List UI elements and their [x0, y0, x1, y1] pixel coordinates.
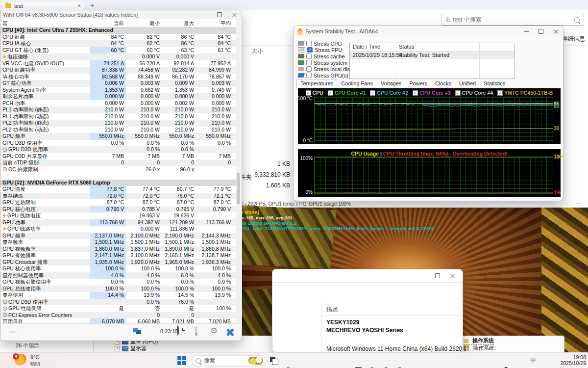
- sensor-row[interactable]: 显存结温72.0 °C72.0 °C76.0 °C72.1 °C: [0, 193, 237, 200]
- os-group-header[interactable]: 操作系统: [464, 337, 494, 345]
- explorer-search-input[interactable]: 在 test 中搜索: [441, 14, 584, 26]
- sensor-row[interactable]: GPU D3D 使用率0.0 %0.0 %: [0, 146, 237, 153]
- sensor-row[interactable]: GT 核心功率0.006 W0.003 W0.009 W0.003 W: [0, 80, 237, 87]
- collapse-arrows-icon[interactable]: →←: [6, 327, 17, 335]
- sensor-row[interactable]: GPU 线路功率0.000 W111.836 W: [0, 226, 237, 233]
- tab-clocks[interactable]: Clocks: [431, 79, 455, 88]
- task-view-button[interactable]: [270, 357, 278, 365]
- explorer-tab-test[interactable]: test ×: [2, 1, 84, 10]
- sensor-row[interactable]: PL2 功率限制 (动态)210.0 W210.0 W210.0 W210.0 …: [0, 127, 237, 133]
- sensor-row[interactable]: GPU 频率2,137.0 MHz2,100.0 MHz2,190.0 MHz2…: [0, 233, 237, 239]
- sensor-row[interactable]: GPU 性能受限是否是100 %: [0, 305, 237, 312]
- sensor-row[interactable]: 剩余芯片功率0.000 W0.000 W0.000 W0.000 W: [0, 93, 237, 100]
- sensor-row[interactable]: GPU 有效频率2,147.1 MHz2,100.0 MHz2,165.1 MH…: [0, 252, 237, 259]
- col-sensor[interactable]: 器: [2, 20, 8, 27]
- stress-checkbox[interactable]: [306, 60, 312, 65]
- sensor-row[interactable]: GPU 过热限制87.0 °C87.0 °C87.0 °C87.0 °C: [0, 199, 237, 206]
- maximize-button[interactable]: [212, 11, 227, 19]
- weather-condition[interactable]: 晴朗: [30, 361, 40, 368]
- sensor-row[interactable]: GPU 总线使用率100.0 %100.0 %100.0 %100.0 %: [0, 286, 237, 292]
- minimize-button[interactable]: [519, 27, 534, 36]
- tab-close-icon[interactable]: ×: [77, 2, 81, 9]
- taskbar-search[interactable]: 搜索: [192, 355, 267, 366]
- tab-cooling-fans[interactable]: Cooling Fans: [337, 79, 377, 88]
- col-max[interactable]: 最大: [162, 20, 194, 27]
- start-button[interactable]: [177, 356, 186, 365]
- stress-checkbox[interactable]: [306, 73, 312, 78]
- sensor-row[interactable]: PL1 功率限制 (动态)210.0 W210.0 W210.0 W210.0 …: [0, 113, 237, 120]
- log-col-status[interactable]: Status: [399, 44, 414, 50]
- sensor-row[interactable]: CPU 封装功率87.338 W74.458 W92.282 W84.999 W: [0, 67, 237, 74]
- sensor-row[interactable]: GPU 核心电压0.790 V0.785 V0.795 V0.790 V: [0, 206, 237, 213]
- sensor-row[interactable]: VR VCC 电流 (SVID IOUT)74.251 A56.720 A92.…: [0, 60, 237, 67]
- stress-option-disk[interactable]: Stress local disks: [298, 66, 355, 72]
- maximize-button[interactable]: [430, 272, 445, 280]
- remote-sensors-icon[interactable]: [133, 328, 138, 332]
- sensor-row[interactable]: 当前 cTDP 级别0000: [0, 159, 237, 166]
- legend-item[interactable]: ✓CPU Core #2: [370, 90, 408, 96]
- clock-tray[interactable]: 19:08 2025/10/29: [571, 354, 586, 366]
- legend-checkbox[interactable]: ✓: [455, 90, 461, 96]
- tab-statistics[interactable]: Statistics: [480, 79, 509, 88]
- sensor-row[interactable]: 显存频率1,500.1 MHz1,500.1 MHz1,500.1 MHz1,5…: [0, 239, 237, 246]
- details-view-label[interactable]: 详细信息: [562, 35, 585, 43]
- legend-checkbox[interactable]: ✓: [328, 90, 333, 96]
- legend-item[interactable]: ✓YMTC PC450-1TB-B: [497, 90, 553, 96]
- tree-item-display[interactable]: + 显示器: [115, 345, 147, 352]
- minimize-icon[interactable]: [576, 204, 581, 204]
- sensor-row[interactable]: GPU 视频频率1,860.0 MHz1,837.0 MHz1,890.0 MH…: [0, 246, 237, 253]
- sensor-row[interactable]: GPU D3D 使用率0.0 %76.0 %: [0, 299, 237, 306]
- stress-option-fpu[interactable]: 123✓Stress FPU: [298, 47, 342, 53]
- stress-option-cpu[interactable]: Stress CPU: [298, 40, 342, 47]
- clock-icon[interactable]: [177, 326, 179, 335]
- sensor-row[interactable]: System Agent 功率1.353 W0.662 W1.353 W0.74…: [0, 87, 237, 94]
- close-button[interactable]: [227, 11, 242, 19]
- new-tab-button[interactable]: +: [90, 1, 94, 9]
- tab-voltages[interactable]: Voltages: [377, 79, 405, 88]
- legend-item[interactable]: ✓CPU Core #4: [455, 90, 493, 96]
- tab-powers[interactable]: Powers: [405, 79, 431, 88]
- legend-checkbox[interactable]: ✓: [370, 90, 375, 96]
- stress-checkbox[interactable]: ✓: [307, 47, 313, 53]
- log-col-datetime[interactable]: Date / Time: [353, 44, 380, 50]
- stress-option-memory[interactable]: Stress system memory: [298, 59, 356, 66]
- stress-option-gpu[interactable]: Stress GPU(s): [298, 72, 348, 79]
- sensor-row[interactable]: PL2 功率限制 (静态)210.0 W210.0 W210.0 W210.0 …: [0, 120, 237, 127]
- legend-checkbox[interactable]: ✓: [306, 90, 311, 96]
- stress-option-cache[interactable]: Stress cache: [298, 53, 345, 59]
- scrollbar[interactable]: [236, 19, 241, 324]
- sensor-row[interactable]: 电压偏移0.000 V0.000 V: [0, 53, 237, 60]
- sensor-row[interactable]: OC 倍频限制26.0 x96.0 x: [0, 166, 237, 173]
- description-column-header[interactable]: 描述: [326, 306, 338, 314]
- stress-checkbox[interactable]: [306, 41, 312, 46]
- sensor-row[interactable]: PCI Express Error Counters00: [0, 312, 237, 319]
- settings-gear-icon[interactable]: ⚙: [210, 326, 218, 336]
- scrollbar-thumb[interactable]: [237, 173, 240, 204]
- legend-item[interactable]: ✓CPU Core #3: [413, 90, 451, 96]
- stress-checkbox[interactable]: [306, 53, 312, 59]
- sensor-row[interactable]: GPU 核心使用率100.0 %100.0 %100.0 %100.0 %: [0, 265, 237, 272]
- sensor-row[interactable]: GPU 线路电压19.463 V19.626 V: [0, 212, 237, 219]
- minimize-button[interactable]: [197, 11, 212, 19]
- sensor-row[interactable]: GPU 功率113.768 W94.397 W121.209 W113.766 …: [0, 219, 237, 226]
- ime-indicator[interactable]: 中: [530, 357, 536, 365]
- sensor-row[interactable]: 显存使用14.4 %13.9 %14.5 %13.9 %: [0, 292, 237, 299]
- col-min[interactable]: 最小: [126, 20, 160, 27]
- stress-checkbox[interactable]: [306, 66, 312, 72]
- sensor-row[interactable]: CPU GT 核心 (集显)60 °C60 °C63 °C61 °C: [0, 47, 237, 54]
- sensor-row[interactable]: GPU D3D 共享显存7 MB7 MB7 MB7 MB: [0, 153, 237, 160]
- sensor-row[interactable]: GPU 视频引擎使用率0.0 %0.0 %0.0 %0.0 %: [0, 279, 237, 286]
- weather-temp[interactable]: 9°C: [30, 354, 39, 360]
- legend-item[interactable]: ✓CPU: [306, 90, 323, 96]
- sensor-row[interactable]: PCH 功率0.000 W0.000 W0.002 W0.000 W: [0, 100, 237, 107]
- minimize-button[interactable]: [416, 272, 430, 280]
- close-button[interactable]: [445, 272, 460, 280]
- report-icon[interactable]: [196, 327, 196, 336]
- os-field-row[interactable]: 操作系统:: [464, 344, 496, 352]
- legend-checkbox[interactable]: ✓: [413, 90, 418, 96]
- sensor-row[interactable]: CPU IA 核心84 °C82 °C86 °C84 °C: [0, 40, 237, 47]
- sensor-row[interactable]: GPU 温度77.8 °C77.4 °C80.7 °C77.9 °C: [0, 186, 237, 193]
- sensor-row[interactable]: 显存控制器使用率4.0 %4.0 %6.0 %4.0 %: [0, 272, 237, 279]
- log-row[interactable]: 2025/10/29 18:15:54 Stability Test: Star…: [350, 52, 514, 59]
- col-current[interactable]: 当前: [90, 20, 124, 27]
